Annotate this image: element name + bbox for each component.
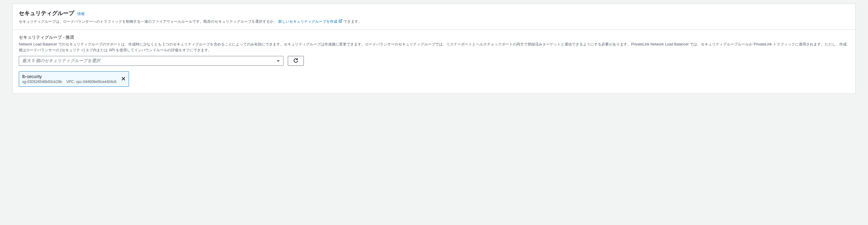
token-meta: sg-030528548b93cb29b VPC: vpc-044609e5fc…	[22, 80, 116, 84]
field-hint: Network Load Balancer でのセキュリティグループのサポートは…	[19, 41, 849, 53]
panel-header: セキュリティグループ 情報 セキュリティグループは、ロードバランサーへのトラフィ…	[12, 4, 856, 30]
info-link[interactable]: 情報	[77, 11, 85, 16]
desc-text-after: できます。	[343, 20, 362, 24]
refresh-icon	[293, 58, 298, 64]
token-content: lb-security sg-030528548b93cb29b VPC: vp…	[22, 74, 116, 84]
select-row: 最大 5 個のセキュリティグループを選択	[19, 56, 849, 66]
desc-text-before: セキュリティグループは、ロードバランサーへのトラフィックを制御する一連のファイア…	[19, 20, 277, 24]
create-security-group-link[interactable]: 新しいセキュリティグループを作成	[278, 19, 342, 25]
field-label: セキュリティグループ - 推奨	[19, 35, 849, 40]
panel-title: セキュリティグループ	[19, 9, 74, 17]
remove-token-button[interactable]	[121, 77, 126, 82]
token-sg-id: sg-030528548b93cb29b	[22, 80, 62, 84]
select-placeholder: 最大 5 個のセキュリティグループを選択	[22, 58, 100, 64]
external-link-icon	[339, 19, 342, 25]
token-name: lb-security	[22, 74, 116, 79]
selected-security-group-token: lb-security sg-030528548b93cb29b VPC: vp…	[19, 71, 129, 87]
close-icon	[121, 77, 126, 82]
panel-title-row: セキュリティグループ 情報	[19, 9, 849, 17]
panel-body: セキュリティグループ - 推奨 Network Load Balancer での…	[12, 30, 856, 93]
refresh-button[interactable]	[288, 56, 304, 66]
panel-description: セキュリティグループは、ロードバランサーへのトラフィックを制御する一連のファイア…	[19, 19, 849, 25]
security-group-select[interactable]: 最大 5 個のセキュリティグループを選択	[19, 56, 283, 66]
caret-down-icon	[276, 59, 280, 63]
security-groups-panel: セキュリティグループ 情報 セキュリティグループは、ロードバランサーへのトラフィ…	[12, 4, 856, 94]
token-vpc: VPC: vpc-044609e5fce4404c6	[66, 80, 116, 84]
create-link-text: 新しいセキュリティグループを作成	[278, 19, 337, 25]
